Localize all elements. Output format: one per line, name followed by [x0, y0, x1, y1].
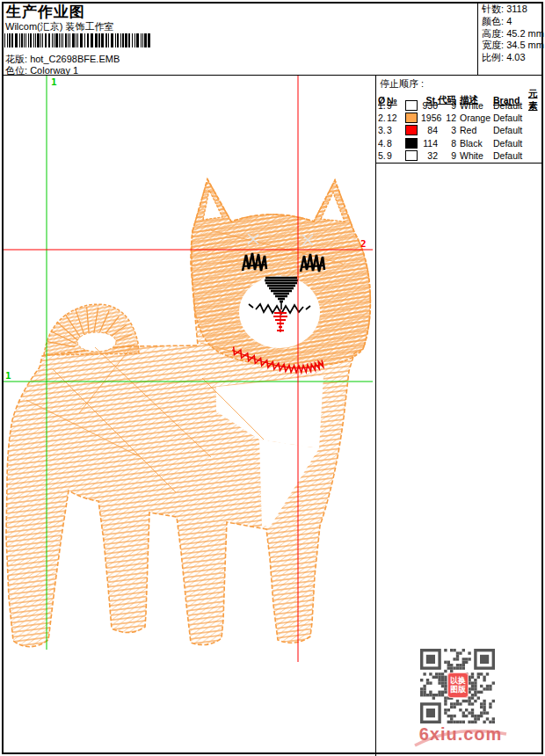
design-area-divider [375, 75, 376, 756]
production-worksheet: 生产作业图 Wilcom(汇京) 装饰工作室 花版: hot_C2698BFE.… [0, 0, 545, 756]
thread-color-swatch [405, 125, 418, 135]
design-canvas: 1 1 2 [2, 75, 375, 754]
thread-color-swatch [405, 138, 418, 149]
design-file-label: 花版: [5, 54, 27, 64]
table-row: 2.12195612OrangeDefault [378, 112, 542, 124]
table-row: 4.81148BlackDefault [378, 137, 542, 149]
design-info-panel: 针数: 3118 颜色: 4 高度: 45.2 mm 宽度: 34.5 mm 比… [482, 4, 544, 64]
stitch-count: 针数: 3118 [482, 4, 544, 16]
table-row: 3.3843RedDefault [378, 124, 542, 136]
design-height: 高度: 45.2 mm [482, 28, 544, 40]
design-file-value: hot_C2698BFE.EMB [30, 54, 120, 64]
start-label-left: 1 [5, 370, 11, 382]
design-barcode [4, 33, 156, 47]
page-title: 生产作业图 [6, 2, 85, 22]
thread-color-swatch [405, 150, 418, 161]
stop-sequence-table: Ø № St. 代码 描述 Brand 元素 1.99309WhiteDefau… [378, 88, 542, 162]
info-panel-divider [477, 2, 478, 75]
thread-color-swatch [405, 113, 418, 123]
design-width: 宽度: 34.5 mm [482, 40, 544, 52]
watermark-text: 6xiu.com [411, 724, 510, 745]
thread-color-swatch [405, 100, 418, 111]
start-label-top: 1 [51, 76, 57, 88]
table-bottom-divider [375, 163, 543, 164]
design-scale: 比例: 4.03 [482, 52, 544, 64]
red-seal-stamp: 以换 图版 [447, 672, 469, 698]
studio-name: Wilcom(汇京) 装饰工作室 [5, 20, 113, 33]
table-row: 1.99309WhiteDefault [378, 99, 542, 112]
end-label: 2 [360, 238, 367, 250]
table-row: 5.9329WhiteDefault [378, 149, 542, 162]
stop-sequence-header: Ø № St. 代码 描述 Brand 元素 [378, 88, 542, 99]
color-count: 颜色: 4 [482, 16, 544, 28]
